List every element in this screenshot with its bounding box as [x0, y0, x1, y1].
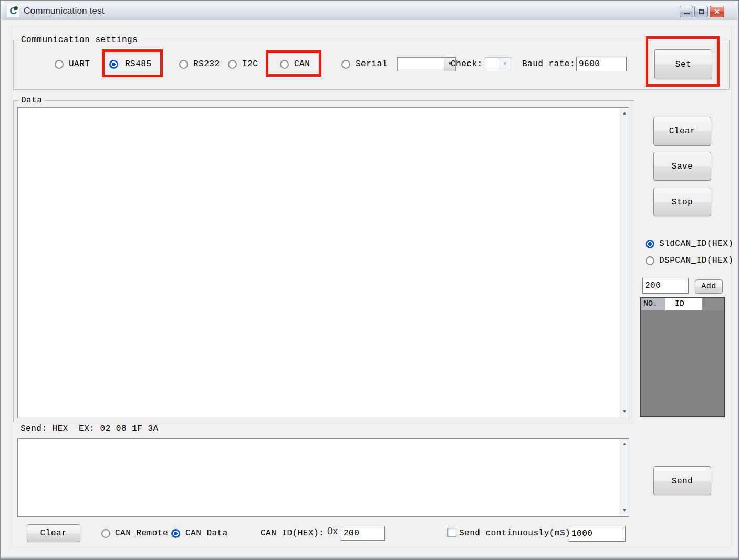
radio-i2c[interactable]: [228, 60, 237, 69]
radio-uart-label[interactable]: UART: [69, 59, 90, 69]
serial-port-select[interactable]: ▼: [397, 57, 456, 71]
clear-send-button[interactable]: Clear: [27, 524, 80, 542]
check-value: [485, 58, 499, 71]
baud-rate-label: Baud rate:: [522, 59, 575, 69]
send-button[interactable]: Send: [653, 466, 711, 495]
send-continuously-label[interactable]: Send continuously(mS): [459, 528, 570, 538]
radio-sldcan-id[interactable]: [646, 240, 654, 248]
minimize-icon: [684, 13, 690, 14]
check-select: ▼: [485, 57, 511, 71]
maximize-icon: [699, 9, 704, 14]
radio-rs485-label[interactable]: RS485: [125, 59, 152, 69]
receive-scrollbar[interactable]: ▲ ▼: [620, 108, 629, 418]
radio-sldcan-id-label[interactable]: SldCAN_ID(HEX): [659, 239, 733, 248]
radio-serial[interactable]: [341, 60, 350, 69]
can-id-add-input[interactable]: [642, 278, 689, 294]
column-no: NO.: [641, 298, 665, 310]
radio-i2c-label[interactable]: I2C: [242, 59, 258, 69]
send-continuously-checkbox[interactable]: [447, 528, 456, 537]
hex-prefix-label: 0x: [327, 526, 338, 536]
scroll-up-icon[interactable]: ▲: [620, 442, 629, 447]
can-id-hex-label: CAN_ID(HEX):: [261, 528, 324, 538]
send-format-hint: Send: HEX EX: 02 08 1F 3A: [20, 424, 159, 433]
set-button[interactable]: Set: [654, 49, 712, 79]
send-scrollbar[interactable]: ▲ ▼: [620, 439, 629, 516]
clear-button[interactable]: Clear: [653, 117, 711, 146]
column-filler: [702, 298, 724, 310]
radio-can-data-label[interactable]: CAN_Data: [185, 528, 228, 538]
radio-rs485[interactable]: [109, 60, 118, 69]
title-bar: C Communication test ✕: [2, 2, 737, 20]
receive-data-pane: ▲ ▼: [17, 107, 629, 418]
window-frame-bottom: [1, 556, 738, 559]
radio-can-remote-label[interactable]: CAN_Remote: [115, 528, 168, 538]
maximize-button[interactable]: [694, 6, 708, 17]
window-title: Communication test: [24, 6, 105, 16]
column-id: ID: [665, 298, 702, 310]
can-id-input[interactable]: [341, 526, 385, 541]
scroll-up-icon[interactable]: ▲: [620, 111, 629, 116]
save-button[interactable]: Save: [653, 152, 711, 181]
radio-can-remote[interactable]: [101, 529, 110, 538]
add-button[interactable]: Add: [695, 279, 723, 294]
app-logo-icon: C: [7, 5, 19, 17]
receive-data-textarea[interactable]: [18, 108, 620, 418]
app-window: C Communication test ✕ Communication set…: [0, 0, 739, 560]
scroll-down-icon[interactable]: ▼: [620, 508, 629, 513]
close-button[interactable]: ✕: [710, 6, 724, 17]
close-icon: ✕: [710, 6, 724, 17]
radio-dspcan-id-label[interactable]: DSPCAN_ID(HEX): [659, 256, 733, 265]
scroll-down-icon[interactable]: ▼: [620, 409, 629, 414]
chevron-down-icon: ▼: [499, 58, 511, 71]
radio-dspcan-id[interactable]: [646, 256, 654, 265]
minimize-button[interactable]: [680, 6, 693, 17]
radio-rs232-label[interactable]: RS232: [193, 59, 220, 69]
radio-can-data[interactable]: [171, 529, 180, 538]
communication-settings-legend: Communication settings: [18, 35, 140, 45]
interval-input[interactable]: [569, 526, 626, 542]
radio-uart[interactable]: [55, 60, 64, 69]
radio-can[interactable]: [280, 60, 289, 69]
baud-rate-input[interactable]: [576, 57, 627, 71]
stop-button[interactable]: Stop: [653, 188, 711, 216]
radio-rs232[interactable]: [179, 60, 188, 69]
serial-port-value: [398, 58, 444, 71]
send-data-textarea[interactable]: [18, 439, 620, 516]
radio-serial-label[interactable]: Serial: [356, 59, 388, 69]
can-id-table-header: NO. ID: [641, 298, 724, 310]
radio-can-label[interactable]: CAN: [294, 59, 310, 69]
data-legend: Data: [18, 96, 45, 105]
check-label: Check:: [451, 59, 483, 69]
send-data-pane: ▲ ▼: [17, 438, 629, 517]
can-id-table[interactable]: NO. ID: [640, 297, 725, 417]
